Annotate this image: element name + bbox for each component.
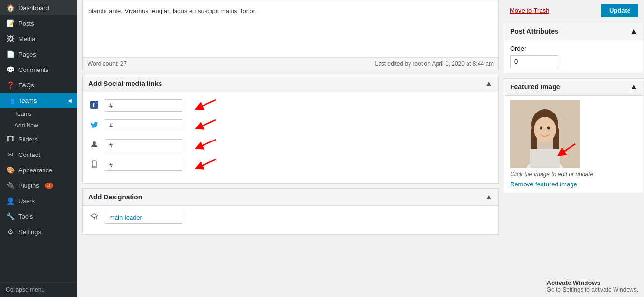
order-field-label: Order (510, 45, 526, 52)
sidebar-label-teams: Teams (18, 97, 37, 104)
sidebar-item-comments[interactable]: 💬 Comments (0, 62, 77, 77)
social-row-facebook: f (88, 98, 493, 113)
sidebar-label-posts: Posts (18, 20, 34, 27)
plugins-badge: 3 (45, 183, 54, 189)
sidebar-item-media[interactable]: 🖼 Media (0, 31, 77, 46)
svg-point-20 (547, 127, 550, 130)
teams-arrow: ◀ (68, 98, 72, 103)
phone-input[interactable] (105, 159, 182, 171)
user-arrow (189, 138, 218, 153)
sidebar-label-comments: Comments (18, 66, 49, 73)
svg-point-18 (534, 117, 556, 142)
sidebar-item-users[interactable]: 👤 Users (0, 193, 77, 209)
twitter-icon (88, 121, 100, 130)
sidebar-item-pages[interactable]: 📄 Pages (0, 46, 77, 62)
move-to-trash[interactable]: Move to Trash (510, 7, 549, 14)
sidebar-item-appearance[interactable]: 🎨 Appearance (0, 162, 77, 178)
editor-text-area[interactable]: blandit ante. Vivamus feugiat, lacus eu … (82, 0, 499, 58)
sidebar-label-users: Users (18, 198, 35, 205)
svg-marker-9 (91, 214, 98, 218)
post-attributes-body: Order (504, 40, 644, 73)
svg-line-8 (199, 159, 216, 167)
word-count: Word count: 27 (88, 60, 127, 67)
featured-image-container[interactable]: Click the image to edit or update Remove… (510, 100, 638, 188)
svg-rect-6 (92, 161, 96, 168)
twitter-arrow (189, 118, 218, 133)
right-column: Move to Trash Update Post Attributes ▲ O… (504, 0, 644, 297)
phone-arrow (189, 157, 218, 172)
featured-image-toggle[interactable]: ▲ (630, 83, 638, 91)
sidebar-item-settings[interactable]: ⚙ Settings (0, 224, 77, 240)
remove-featured-image[interactable]: Remove featured image (510, 181, 638, 188)
featured-image-title: Featured Image (510, 83, 560, 91)
publish-box: Move to Trash Update (504, 0, 644, 23)
svg-rect-21 (530, 149, 560, 168)
post-attributes-header[interactable]: Post Attributes ▲ (504, 23, 644, 40)
order-input[interactable] (510, 55, 558, 68)
sidebar-label-sliders: Sliders (18, 136, 38, 143)
designation-section: Add Designation ▲ (82, 188, 499, 235)
designation-section-title: Add Designation (88, 193, 142, 201)
editor-text: blandit ante. Vivamus feugiat, lacus eu … (88, 7, 257, 14)
dashboard-icon: 🏠 (6, 4, 15, 12)
facebook-arrow (189, 98, 218, 113)
sidebar-label-dashboard: Dashboard (18, 4, 49, 12)
posts-icon: 📝 (6, 19, 15, 27)
designation-toggle-icon[interactable]: ▲ (485, 193, 493, 201)
main-content: blandit ante. Vivamus feugiat, lacus eu … (77, 0, 644, 297)
sub-label-teams: Teams (15, 111, 31, 117)
designation-section-body (83, 206, 498, 234)
svg-point-4 (93, 141, 96, 144)
designation-section-header[interactable]: Add Designation ▲ (83, 189, 498, 206)
sidebar-item-dashboard[interactable]: 🏠 Dashboard (0, 0, 77, 15)
sidebar-item-posts[interactable]: 📝 Posts (0, 15, 77, 31)
word-count-bar: Word count: 27 Last edited by root on Ap… (82, 58, 499, 70)
collapse-menu[interactable]: Collapse menu (0, 282, 77, 297)
svg-line-3 (199, 120, 216, 127)
user-social-icon (88, 141, 100, 150)
sidebar-item-faqs[interactable]: ❓ FAQs (0, 77, 77, 93)
facebook-input[interactable] (105, 99, 182, 112)
sidebar-label-media: Media (18, 35, 35, 42)
post-attributes-toggle[interactable]: ▲ (630, 27, 638, 36)
sidebar-label-tools: Tools (18, 213, 33, 220)
collapse-label: Collapse menu (6, 286, 44, 293)
sidebar-item-sliders[interactable]: 🎞 Sliders (0, 131, 77, 147)
sub-label-add-new: Add New (15, 122, 38, 129)
post-attributes-section: Post Attributes ▲ Order (504, 23, 644, 73)
teams-icon: 👥 (6, 97, 15, 104)
sidebar-item-plugins[interactable]: 🔌 Plugins 3 (0, 178, 77, 193)
sidebar-label-contact: Contact (18, 151, 40, 158)
social-section: Add Social media links ▲ f (82, 75, 499, 184)
sidebar-sub-add-new[interactable]: Add New (0, 120, 77, 131)
appearance-icon: 🎨 (6, 166, 15, 174)
social-section-body: f (83, 92, 498, 183)
trash-update-row: Move to Trash Update (510, 0, 638, 23)
pages-icon: 📄 (6, 50, 15, 58)
social-row-phone (88, 157, 493, 172)
phone-icon (88, 160, 100, 170)
sidebar-label-plugins: Plugins (18, 182, 39, 189)
sidebar-item-tools[interactable]: 🔧 Tools (0, 209, 77, 224)
sidebar-label-settings: Settings (18, 228, 41, 236)
svg-line-2 (199, 100, 216, 108)
sidebar-sub-teams[interactable]: Teams (0, 108, 77, 120)
faqs-icon: ❓ (6, 81, 15, 89)
featured-image-header[interactable]: Featured Image ▲ (504, 79, 644, 96)
social-row-user (88, 138, 493, 153)
last-edited: Last edited by root on April 1, 2020 at … (375, 60, 494, 67)
designation-input[interactable] (105, 212, 182, 224)
plugins-icon: 🔌 (6, 182, 15, 189)
user-social-input[interactable] (105, 139, 182, 151)
social-toggle-icon[interactable]: ▲ (485, 79, 493, 88)
twitter-input[interactable] (105, 119, 182, 131)
sidebar-label-faqs: FAQs (18, 82, 34, 89)
comments-icon: 💬 (6, 66, 15, 73)
sidebar-item-contact[interactable]: ✉ Contact (0, 147, 77, 162)
social-section-header[interactable]: Add Social media links ▲ (83, 75, 498, 92)
order-label: Order (510, 45, 638, 52)
sidebar-label-appearance: Appearance (18, 167, 52, 174)
sidebar-item-teams[interactable]: 👥 Teams ◀ (0, 93, 77, 108)
update-button[interactable]: Update (601, 4, 638, 17)
facebook-icon: f (88, 101, 100, 111)
